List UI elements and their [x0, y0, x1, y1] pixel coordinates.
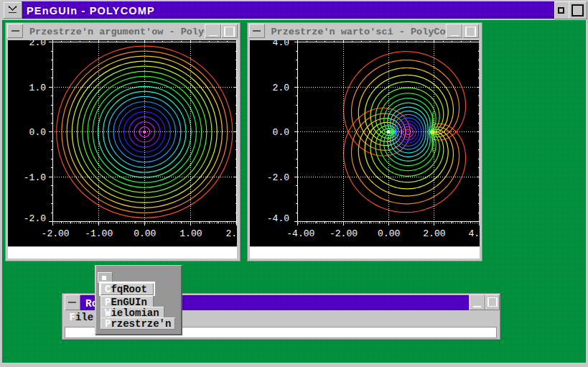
svg-text:-4.00: -4.00 — [286, 228, 314, 239]
svg-text:-2.00: -2.00 — [330, 228, 358, 239]
svg-text:0.0: 0.0 — [273, 127, 289, 138]
svg-text:-4.0: -4.0 — [267, 213, 289, 224]
svg-text:0.00: 0.00 — [134, 228, 156, 239]
svg-text:CfqRoot: CfqRoot — [105, 284, 147, 295]
svg-text:-2.0: -2.0 — [267, 172, 289, 183]
svg-text:1.00: 1.00 — [179, 228, 202, 239]
svg-text:-1.00: -1.00 — [85, 228, 113, 239]
svg-text:-2.00: -2.00 — [42, 228, 70, 239]
svg-text:File: File — [70, 312, 94, 323]
svg-text:PEnGUIn - POLYCOMP: PEnGUIn - POLYCOMP — [27, 5, 155, 17]
svg-text:Przestrze'n warto'sci - PolyCo: Przestrze'n warto'sci - PolyComp — [271, 27, 457, 37]
svg-text:-1.0: -1.0 — [24, 172, 46, 183]
svg-text:2.00: 2.00 — [423, 228, 445, 239]
svg-text:Przestrze'n: Przestrze'n — [105, 318, 171, 330]
svg-text:1.0: 1.0 — [29, 83, 46, 93]
svg-text:-2.0: -2.0 — [24, 213, 46, 224]
svg-text:0.00: 0.00 — [378, 228, 400, 239]
svg-text:Przestrze'n argument'ow - Poly: Przestrze'n argument'ow - PolyComp — [29, 27, 227, 37]
svg-text:0.0: 0.0 — [29, 127, 46, 138]
svg-text:PEnGUIn: PEnGUIn — [105, 297, 147, 308]
svg-text:2.0: 2.0 — [273, 83, 289, 93]
svg-text:Wielomian: Wielomian — [105, 307, 159, 319]
